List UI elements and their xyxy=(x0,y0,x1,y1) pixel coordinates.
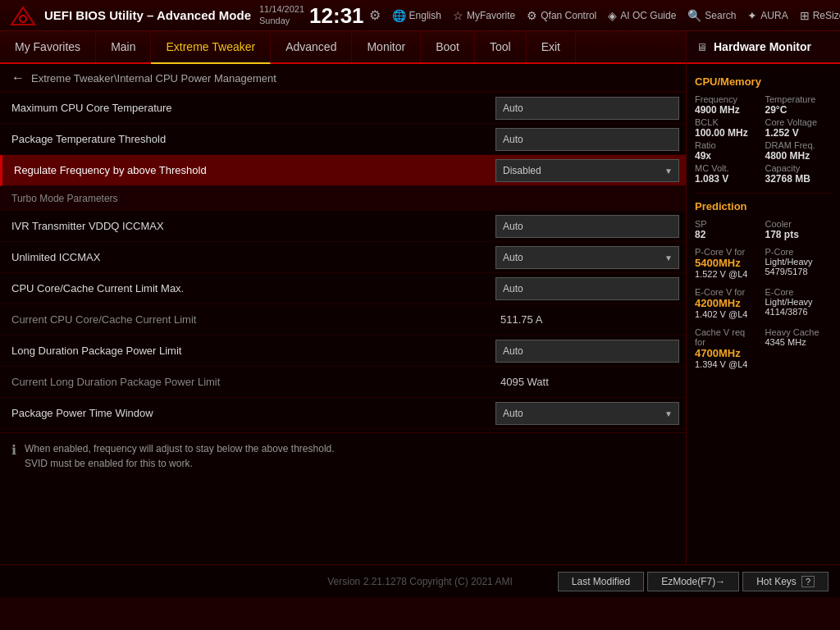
row-unlimited-iccmax: Unlimited ICCMAX Auto Enabled Disabled xyxy=(0,242,686,273)
prediction-title: Prediction xyxy=(695,200,832,212)
hw-field-mc-volt: MC Volt. 1.083 V xyxy=(695,163,762,185)
nav-advanced[interactable]: Advanced xyxy=(271,31,352,62)
section-turbo-mode: Turbo Mode Parameters xyxy=(0,186,686,211)
input-pkg-temp-threshold[interactable] xyxy=(495,128,679,151)
select-unlimited-iccmax[interactable]: Auto Enabled Disabled xyxy=(495,246,679,269)
cpu-memory-title: CPU/Memory xyxy=(695,75,832,88)
search-icon: 🔍 xyxy=(687,9,701,22)
label-current-cpu-core: Current CPU Core/Cache Current Limit xyxy=(0,308,489,331)
nav-boot[interactable]: Boot xyxy=(421,31,475,62)
input-long-duration-ppl[interactable] xyxy=(495,340,679,363)
hw-pred-cooler: Cooler 178 pts xyxy=(765,219,833,240)
info-bar: ℹ When enabled, frequency will adjust to… xyxy=(0,432,686,479)
nav-monitor[interactable]: Monitor xyxy=(352,31,421,62)
nav-my-favorites[interactable]: My Favorites xyxy=(0,31,96,62)
logo-area: UEFI BIOS Utility – Advanced Mode xyxy=(8,4,251,27)
value-cpu-core-limit xyxy=(489,274,686,304)
breadcrumb-back-btn[interactable]: ← xyxy=(11,71,25,85)
select-wrapper-pkg-power: Auto xyxy=(495,402,679,425)
svg-point-3 xyxy=(21,16,25,21)
last-modified-btn[interactable]: Last Modified xyxy=(558,572,644,591)
hw-field-frequency-label: Frequency 4900 MHz xyxy=(695,94,762,116)
row-ivr-transmitter: IVR Transmitter VDDQ ICCMAX xyxy=(0,211,686,242)
hw-monitor-title: Hardware Monitor xyxy=(714,40,811,53)
hot-keys-icon: ? xyxy=(801,576,815,587)
bottom-bar: Version 2.21.1278 Copyright (C) 2021 AMI… xyxy=(0,564,840,597)
nav-main[interactable]: Main xyxy=(96,31,151,62)
qfan-label: Qfan Control xyxy=(541,10,596,21)
select-wrapper-unlimited-iccmax: Auto Enabled Disabled xyxy=(495,246,679,269)
row-regulate-freq: Regulate Frequency by above Threshold Au… xyxy=(0,155,686,186)
input-max-cpu-core-temp[interactable] xyxy=(495,97,679,120)
hw-monitor-panel: CPU/Memory Frequency 4900 MHz Temperatur… xyxy=(686,64,840,564)
hw-field-capacity: Capacity 32768 MB xyxy=(765,163,833,185)
nav-bar: My Favorites Main Extreme Tweaker Advanc… xyxy=(0,31,840,64)
hw-field-temperature-label: Temperature 29°C xyxy=(765,94,833,116)
hw-divider xyxy=(695,193,832,194)
monitor-icon: 🖥 xyxy=(696,41,707,53)
hw-field-core-voltage: Core Voltage 1.252 V xyxy=(765,117,833,139)
top-icons: 11/14/2021 Sunday 12:31 ⚙ 🌐 English ☆ My… xyxy=(259,4,840,25)
value-max-cpu-core-temp xyxy=(489,94,686,123)
ez-mode-label: EzMode(F7)→ xyxy=(661,576,725,587)
hot-keys-btn[interactable]: Hot Keys ? xyxy=(742,572,829,591)
resize-icon: ⊞ xyxy=(800,9,810,22)
label-unlimited-iccmax: Unlimited ICCMAX xyxy=(0,246,489,268)
hw-pred-sp: SP 82 xyxy=(695,219,762,240)
label-max-cpu-core-temp: Maximum CPU Core Temperature xyxy=(0,97,489,119)
ai-icon: ◈ xyxy=(608,9,617,22)
value-current-long-duration: 4095 Watt xyxy=(489,372,686,391)
language-label: English xyxy=(409,10,441,21)
language-selector[interactable]: 🌐 English xyxy=(392,9,441,22)
ez-mode-btn[interactable]: EzMode(F7)→ xyxy=(647,572,739,591)
value-current-cpu-core: 511.75 A xyxy=(489,310,686,329)
value-pkg-temp-threshold xyxy=(489,125,686,154)
label-ivr-transmitter: IVR Transmitter VDDQ ICCMAX xyxy=(0,215,489,237)
value-pkg-power-window: Auto xyxy=(489,399,686,428)
ai-oc-guide-btn[interactable]: ◈ AI OC Guide xyxy=(608,9,676,22)
value-long-duration-ppl xyxy=(489,336,686,366)
section-turbo-label: Turbo Mode Parameters xyxy=(11,193,118,204)
resize-bar-btn[interactable]: ⊞ ReSize BAR xyxy=(800,9,840,22)
hw-pred-pcore: P-Core V for 5400MHz 1.522 V @L4 P-Core … xyxy=(695,247,832,279)
my-favorite-label: MyFavorite xyxy=(467,10,515,21)
nav-exit[interactable]: Exit xyxy=(527,31,576,62)
globe-icon: 🌐 xyxy=(392,9,406,22)
label-current-long-duration: Current Long Duration Package Power Limi… xyxy=(0,371,489,393)
label-pkg-power-window: Package Power Time Window xyxy=(0,402,489,424)
select-regulate-freq[interactable]: Auto Disabled Enabled xyxy=(495,159,679,182)
bios-title: UEFI BIOS Utility – Advanced Mode xyxy=(44,8,251,22)
settings-gear-icon[interactable]: ⚙ xyxy=(369,7,381,23)
row-pkg-power-window: Package Power Time Window Auto xyxy=(0,398,686,429)
row-cpu-core-limit: CPU Core/Cache Current Limit Max. xyxy=(0,273,686,304)
main-settings-panel: ← Extreme Tweaker\Internal CPU Power Man… xyxy=(0,64,686,564)
content-area: ← Extreme Tweaker\Internal CPU Power Man… xyxy=(0,64,840,564)
aura-icon: ✦ xyxy=(747,9,757,22)
aura-btn[interactable]: ✦ AURA xyxy=(747,9,788,22)
select-wrapper-regulate-freq: Auto Disabled Enabled xyxy=(495,159,679,182)
hw-field-dram-freq: DRAM Freq. 4800 MHz xyxy=(765,140,833,162)
select-pkg-power-window[interactable]: Auto xyxy=(495,402,679,425)
qfan-control-btn[interactable]: ⚙ Qfan Control xyxy=(527,9,596,22)
breadcrumb: ← Extreme Tweaker\Internal CPU Power Man… xyxy=(0,64,686,93)
info-icon: ℹ xyxy=(11,442,16,458)
star-icon: ☆ xyxy=(453,9,463,22)
hw-pred-ecore: E-Core V for 4200MHz 1.402 V @L4 E-Core … xyxy=(695,287,832,319)
row-current-long-duration: Current Long Duration Package Power Limi… xyxy=(0,367,686,398)
nav-extreme-tweaker[interactable]: Extreme Tweaker xyxy=(151,31,271,64)
last-modified-label: Last Modified xyxy=(572,576,630,587)
value-regulate-freq: Auto Disabled Enabled xyxy=(489,156,686,185)
label-pkg-temp-threshold: Package Temperature Threshold xyxy=(0,128,489,150)
nav-tool[interactable]: Tool xyxy=(475,31,527,62)
value-unlimited-iccmax: Auto Enabled Disabled xyxy=(489,243,686,272)
input-ivr-transmitter[interactable] xyxy=(495,215,679,238)
rog-logo-icon xyxy=(8,4,38,27)
hw-field-bclk: BCLK 100.00 MHz xyxy=(695,117,762,139)
hw-pred-cache: Cache V req for 4700MHz 1.394 V @L4 Heav… xyxy=(695,327,832,369)
search-btn[interactable]: 🔍 Search xyxy=(687,9,736,22)
my-favorite-btn[interactable]: ☆ MyFavorite xyxy=(453,9,515,22)
value-ivr-transmitter xyxy=(489,212,686,241)
ai-oc-label: AI OC Guide xyxy=(620,10,676,21)
row-max-cpu-core-temp: Maximum CPU Core Temperature xyxy=(0,93,686,124)
input-cpu-core-limit[interactable] xyxy=(495,277,679,300)
